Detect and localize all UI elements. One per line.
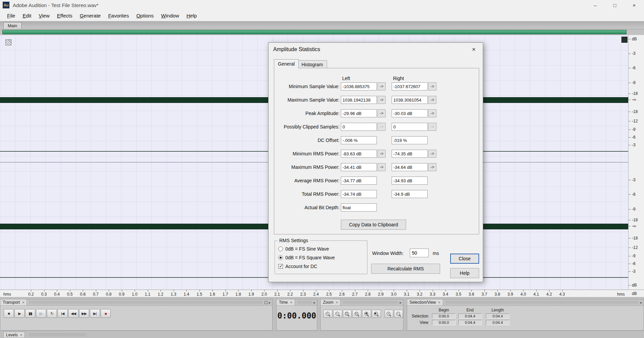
record-button[interactable]: ●: [101, 309, 111, 318]
stat-value-left[interactable]: -34.74 dB: [341, 190, 377, 198]
stat-value-right[interactable]: 0: [392, 123, 428, 131]
goto-arrow-button-left[interactable]: ->: [378, 82, 386, 90]
panel-drag-grip[interactable]: [29, 333, 86, 336]
panel-maximize-icon[interactable]: [264, 301, 267, 304]
goto-arrow-button-right[interactable]: ->: [428, 163, 436, 171]
stop-button[interactable]: ■: [4, 309, 14, 318]
panel-close-icon[interactable]: ×: [22, 300, 24, 304]
minimize-icon[interactable]: –: [585, 0, 605, 10]
panel-close-icon[interactable]: ×: [290, 300, 292, 304]
goto-arrow-button-left[interactable]: ->: [378, 96, 386, 104]
tab-histogram[interactable]: Histogram: [297, 60, 327, 68]
copy-data-to-clipboard-button[interactable]: Copy Data to Clipboard: [341, 220, 406, 230]
zoom-to-selection-button[interactable]: ▭: [352, 310, 361, 318]
goto-arrow-button-right[interactable]: ->: [428, 109, 436, 117]
stat-value-left[interactable]: -34.41 dB: [341, 163, 377, 171]
goto-arrow-button-right[interactable]: ->: [428, 82, 436, 90]
levels-panel-tab[interactable]: Levels ×: [3, 332, 25, 338]
goto-arrow-button-right[interactable]: ->: [428, 150, 436, 158]
panel-menu-icon[interactable]: ▸: [640, 301, 642, 304]
radio-fs-sine-wave[interactable]: 0dB = FS Sine Wave: [278, 246, 329, 252]
panel-drag-grip[interactable]: [297, 301, 312, 304]
panel-drag-grip[interactable]: [29, 301, 262, 304]
stat-value-right[interactable]: 1038.3081054: [392, 96, 428, 104]
stat-value-left[interactable]: 0: [341, 123, 377, 131]
menu-view[interactable]: View: [35, 11, 53, 20]
window-width-input[interactable]: [410, 249, 429, 257]
vertical-db-ruler[interactable]: dB-3-6-9-18-∞-18-12-9-6-3-3-6-9-18-∞-18-…: [629, 35, 644, 290]
transport-panel-tab[interactable]: Transport ×: [0, 299, 27, 305]
panel-close-icon[interactable]: ×: [20, 333, 22, 337]
stat-value-left[interactable]: 1038.1942138: [341, 96, 377, 104]
play-looped-button[interactable]: ↻: [47, 309, 57, 318]
stat-value-left[interactable]: -34.77 dB: [341, 177, 377, 185]
view-begin-value[interactable]: 0:00.0: [432, 320, 456, 325]
selection-handle-top-left-icon[interactable]: [5, 39, 11, 45]
stat-value-right[interactable]: -34.64 dB: [392, 163, 428, 171]
stat-value-right[interactable]: .019 %: [392, 136, 428, 144]
goto-arrow-button-left[interactable]: ->: [378, 163, 386, 171]
go-to-end-button[interactable]: ▶|: [90, 309, 100, 318]
radio-fs-square-wave[interactable]: 0dB = FS Square Wave: [278, 255, 335, 260]
fast-forward-button[interactable]: ▶▶: [79, 309, 89, 318]
stat-value-right[interactable]: -74.35 dB: [392, 150, 428, 158]
menu-favorites[interactable]: Favorites: [104, 11, 133, 20]
selection-length-value[interactable]: 0:04.4: [486, 313, 509, 319]
stat-value-left[interactable]: -29.96 dB: [341, 109, 377, 117]
stat-value-right[interactable]: -34.93 dB: [392, 177, 428, 185]
menu-effects[interactable]: Effects: [53, 11, 76, 20]
checkbox-account-for-dc[interactable]: Account for DC: [278, 264, 317, 269]
play-button[interactable]: ▶: [14, 309, 25, 318]
stat-value-left[interactable]: -83.63 dB: [341, 150, 377, 158]
selection-handle-top-right-icon[interactable]: [621, 37, 628, 43]
menu-edit[interactable]: Edit: [19, 11, 35, 20]
menu-file[interactable]: File: [3, 11, 19, 20]
time-panel-tab[interactable]: Time ×: [277, 299, 295, 305]
play-to-end-button[interactable]: ▷: [36, 309, 46, 318]
goto-arrow-button-left[interactable]: ->: [378, 150, 386, 158]
zoom-in-horizontal-button[interactable]: +: [323, 310, 332, 318]
tab-main[interactable]: Main: [3, 22, 22, 29]
menu-window[interactable]: Window: [157, 11, 183, 20]
zoom-panel-tab[interactable]: Zoom ×: [321, 299, 341, 305]
view-end-value[interactable]: 0:04.4: [458, 320, 482, 325]
dialog-close-button[interactable]: Close: [450, 254, 479, 264]
menu-help[interactable]: Help: [183, 11, 201, 20]
go-to-beginning-button[interactable]: |◀: [58, 309, 68, 318]
goto-arrow-button-right[interactable]: ->: [428, 96, 436, 104]
timeline-ruler[interactable]: hms hms 0.20.30.40.50.60.70.80.91.01.11.…: [0, 290, 629, 297]
stat-value-right[interactable]: -1037.672607: [392, 82, 428, 90]
goto-arrow-button-right[interactable]: ->: [428, 123, 436, 131]
panel-menu-icon[interactable]: ▸: [400, 301, 401, 304]
stat-value-right[interactable]: -30.03 dB: [392, 109, 428, 117]
panel-drag-grip[interactable]: [445, 301, 638, 304]
close-icon[interactable]: ×: [624, 0, 644, 10]
dialog-close-icon[interactable]: ×: [469, 45, 479, 54]
maximize-icon[interactable]: □: [605, 0, 624, 10]
stat-value-left[interactable]: -1036.885375: [341, 82, 377, 90]
rewind-button[interactable]: ◀◀: [68, 309, 78, 318]
menu-options[interactable]: Options: [133, 11, 157, 20]
zoom-out-vertical-button[interactable]: −: [394, 310, 403, 318]
panel-menu-icon[interactable]: ▸: [269, 301, 271, 304]
recalculate-rms-button[interactable]: Recalculate RMS: [371, 264, 440, 274]
zoom-out-full-button[interactable]: ◻: [343, 310, 352, 318]
stat-value-left[interactable]: -.006 %: [341, 136, 377, 144]
view-length-value[interactable]: 0:04.4: [486, 320, 509, 325]
help-button[interactable]: Help: [450, 268, 479, 278]
overview-navigator-bar[interactable]: [2, 30, 627, 34]
goto-arrow-button-left[interactable]: ->: [378, 109, 386, 117]
panel-close-icon[interactable]: ×: [438, 300, 440, 304]
panel-drag-grip[interactable]: [343, 301, 398, 304]
stat-value-right[interactable]: -34.9 dB: [392, 190, 428, 198]
zoom-in-left-edge-button[interactable]: ◀: [362, 310, 371, 318]
selection-begin-value[interactable]: 0:00.0: [432, 313, 456, 319]
zoom-out-horizontal-button[interactable]: −: [333, 310, 342, 318]
menu-generate[interactable]: Generate: [76, 11, 105, 20]
tab-general[interactable]: General: [274, 59, 299, 68]
pause-button[interactable]: ▮▮: [25, 309, 35, 318]
selection-view-panel-tab[interactable]: Selection/View ×: [407, 299, 443, 305]
panel-close-icon[interactable]: ×: [336, 300, 338, 304]
zoom-in-right-edge-button[interactable]: ▶: [372, 310, 381, 318]
selection-end-value[interactable]: 0:04.4: [458, 313, 482, 319]
